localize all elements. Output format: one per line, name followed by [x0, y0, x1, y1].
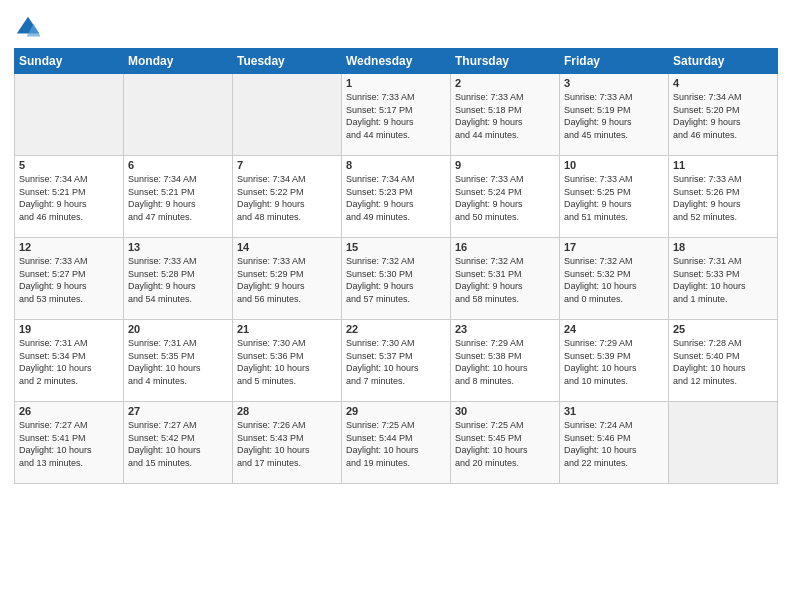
day-number: 7 [237, 159, 337, 171]
day-number: 29 [346, 405, 446, 417]
day-info: Sunrise: 7:33 AM Sunset: 5:19 PM Dayligh… [564, 91, 664, 141]
day-number: 5 [19, 159, 119, 171]
day-info: Sunrise: 7:30 AM Sunset: 5:36 PM Dayligh… [237, 337, 337, 387]
day-cell: 7Sunrise: 7:34 AM Sunset: 5:22 PM Daylig… [233, 156, 342, 238]
day-number: 4 [673, 77, 773, 89]
day-number: 28 [237, 405, 337, 417]
day-info: Sunrise: 7:27 AM Sunset: 5:42 PM Dayligh… [128, 419, 228, 469]
day-number: 16 [455, 241, 555, 253]
day-cell: 31Sunrise: 7:24 AM Sunset: 5:46 PM Dayli… [560, 402, 669, 484]
day-cell: 13Sunrise: 7:33 AM Sunset: 5:28 PM Dayli… [124, 238, 233, 320]
day-info: Sunrise: 7:25 AM Sunset: 5:45 PM Dayligh… [455, 419, 555, 469]
day-info: Sunrise: 7:31 AM Sunset: 5:35 PM Dayligh… [128, 337, 228, 387]
logo [14, 14, 44, 42]
week-row-5: 26Sunrise: 7:27 AM Sunset: 5:41 PM Dayli… [15, 402, 778, 484]
day-info: Sunrise: 7:24 AM Sunset: 5:46 PM Dayligh… [564, 419, 664, 469]
day-cell: 30Sunrise: 7:25 AM Sunset: 5:45 PM Dayli… [451, 402, 560, 484]
day-info: Sunrise: 7:33 AM Sunset: 5:24 PM Dayligh… [455, 173, 555, 223]
header-sunday: Sunday [15, 49, 124, 74]
day-info: Sunrise: 7:33 AM Sunset: 5:26 PM Dayligh… [673, 173, 773, 223]
day-info: Sunrise: 7:32 AM Sunset: 5:30 PM Dayligh… [346, 255, 446, 305]
day-number: 22 [346, 323, 446, 335]
day-info: Sunrise: 7:33 AM Sunset: 5:29 PM Dayligh… [237, 255, 337, 305]
day-number: 9 [455, 159, 555, 171]
day-info: Sunrise: 7:32 AM Sunset: 5:31 PM Dayligh… [455, 255, 555, 305]
day-cell: 10Sunrise: 7:33 AM Sunset: 5:25 PM Dayli… [560, 156, 669, 238]
day-number: 25 [673, 323, 773, 335]
calendar-table: SundayMondayTuesdayWednesdayThursdayFrid… [14, 48, 778, 484]
day-cell [15, 74, 124, 156]
day-cell: 8Sunrise: 7:34 AM Sunset: 5:23 PM Daylig… [342, 156, 451, 238]
day-info: Sunrise: 7:28 AM Sunset: 5:40 PM Dayligh… [673, 337, 773, 387]
day-info: Sunrise: 7:33 AM Sunset: 5:27 PM Dayligh… [19, 255, 119, 305]
day-number: 2 [455, 77, 555, 89]
day-number: 19 [19, 323, 119, 335]
day-number: 6 [128, 159, 228, 171]
week-row-3: 12Sunrise: 7:33 AM Sunset: 5:27 PM Dayli… [15, 238, 778, 320]
day-cell: 14Sunrise: 7:33 AM Sunset: 5:29 PM Dayli… [233, 238, 342, 320]
day-number: 20 [128, 323, 228, 335]
day-info: Sunrise: 7:34 AM Sunset: 5:20 PM Dayligh… [673, 91, 773, 141]
day-cell [124, 74, 233, 156]
header-wednesday: Wednesday [342, 49, 451, 74]
page-container: SundayMondayTuesdayWednesdayThursdayFrid… [0, 0, 792, 494]
day-cell: 18Sunrise: 7:31 AM Sunset: 5:33 PM Dayli… [669, 238, 778, 320]
day-info: Sunrise: 7:34 AM Sunset: 5:23 PM Dayligh… [346, 173, 446, 223]
day-number: 24 [564, 323, 664, 335]
day-info: Sunrise: 7:31 AM Sunset: 5:33 PM Dayligh… [673, 255, 773, 305]
day-number: 14 [237, 241, 337, 253]
day-number: 10 [564, 159, 664, 171]
day-info: Sunrise: 7:33 AM Sunset: 5:28 PM Dayligh… [128, 255, 228, 305]
day-number: 31 [564, 405, 664, 417]
header-row: SundayMondayTuesdayWednesdayThursdayFrid… [15, 49, 778, 74]
day-cell: 25Sunrise: 7:28 AM Sunset: 5:40 PM Dayli… [669, 320, 778, 402]
week-row-4: 19Sunrise: 7:31 AM Sunset: 5:34 PM Dayli… [15, 320, 778, 402]
day-info: Sunrise: 7:29 AM Sunset: 5:39 PM Dayligh… [564, 337, 664, 387]
day-number: 26 [19, 405, 119, 417]
day-info: Sunrise: 7:33 AM Sunset: 5:17 PM Dayligh… [346, 91, 446, 141]
logo-icon [14, 14, 42, 42]
day-info: Sunrise: 7:34 AM Sunset: 5:21 PM Dayligh… [19, 173, 119, 223]
day-number: 17 [564, 241, 664, 253]
header-friday: Friday [560, 49, 669, 74]
day-info: Sunrise: 7:34 AM Sunset: 5:21 PM Dayligh… [128, 173, 228, 223]
day-cell: 21Sunrise: 7:30 AM Sunset: 5:36 PM Dayli… [233, 320, 342, 402]
day-info: Sunrise: 7:32 AM Sunset: 5:32 PM Dayligh… [564, 255, 664, 305]
day-number: 30 [455, 405, 555, 417]
header [14, 10, 778, 42]
header-tuesday: Tuesday [233, 49, 342, 74]
day-number: 23 [455, 323, 555, 335]
header-monday: Monday [124, 49, 233, 74]
day-cell: 29Sunrise: 7:25 AM Sunset: 5:44 PM Dayli… [342, 402, 451, 484]
day-info: Sunrise: 7:27 AM Sunset: 5:41 PM Dayligh… [19, 419, 119, 469]
day-info: Sunrise: 7:29 AM Sunset: 5:38 PM Dayligh… [455, 337, 555, 387]
day-cell: 1Sunrise: 7:33 AM Sunset: 5:17 PM Daylig… [342, 74, 451, 156]
day-cell: 2Sunrise: 7:33 AM Sunset: 5:18 PM Daylig… [451, 74, 560, 156]
day-cell: 11Sunrise: 7:33 AM Sunset: 5:26 PM Dayli… [669, 156, 778, 238]
day-cell: 24Sunrise: 7:29 AM Sunset: 5:39 PM Dayli… [560, 320, 669, 402]
day-cell: 23Sunrise: 7:29 AM Sunset: 5:38 PM Dayli… [451, 320, 560, 402]
day-number: 3 [564, 77, 664, 89]
day-number: 8 [346, 159, 446, 171]
day-cell: 4Sunrise: 7:34 AM Sunset: 5:20 PM Daylig… [669, 74, 778, 156]
day-cell: 16Sunrise: 7:32 AM Sunset: 5:31 PM Dayli… [451, 238, 560, 320]
day-info: Sunrise: 7:33 AM Sunset: 5:25 PM Dayligh… [564, 173, 664, 223]
week-row-1: 1Sunrise: 7:33 AM Sunset: 5:17 PM Daylig… [15, 74, 778, 156]
day-info: Sunrise: 7:31 AM Sunset: 5:34 PM Dayligh… [19, 337, 119, 387]
day-number: 21 [237, 323, 337, 335]
day-info: Sunrise: 7:30 AM Sunset: 5:37 PM Dayligh… [346, 337, 446, 387]
header-thursday: Thursday [451, 49, 560, 74]
day-cell: 9Sunrise: 7:33 AM Sunset: 5:24 PM Daylig… [451, 156, 560, 238]
day-number: 12 [19, 241, 119, 253]
day-info: Sunrise: 7:34 AM Sunset: 5:22 PM Dayligh… [237, 173, 337, 223]
day-info: Sunrise: 7:26 AM Sunset: 5:43 PM Dayligh… [237, 419, 337, 469]
day-cell: 26Sunrise: 7:27 AM Sunset: 5:41 PM Dayli… [15, 402, 124, 484]
day-cell: 3Sunrise: 7:33 AM Sunset: 5:19 PM Daylig… [560, 74, 669, 156]
day-cell: 27Sunrise: 7:27 AM Sunset: 5:42 PM Dayli… [124, 402, 233, 484]
day-cell: 17Sunrise: 7:32 AM Sunset: 5:32 PM Dayli… [560, 238, 669, 320]
day-cell: 19Sunrise: 7:31 AM Sunset: 5:34 PM Dayli… [15, 320, 124, 402]
day-cell: 15Sunrise: 7:32 AM Sunset: 5:30 PM Dayli… [342, 238, 451, 320]
day-cell: 22Sunrise: 7:30 AM Sunset: 5:37 PM Dayli… [342, 320, 451, 402]
day-number: 27 [128, 405, 228, 417]
day-info: Sunrise: 7:25 AM Sunset: 5:44 PM Dayligh… [346, 419, 446, 469]
